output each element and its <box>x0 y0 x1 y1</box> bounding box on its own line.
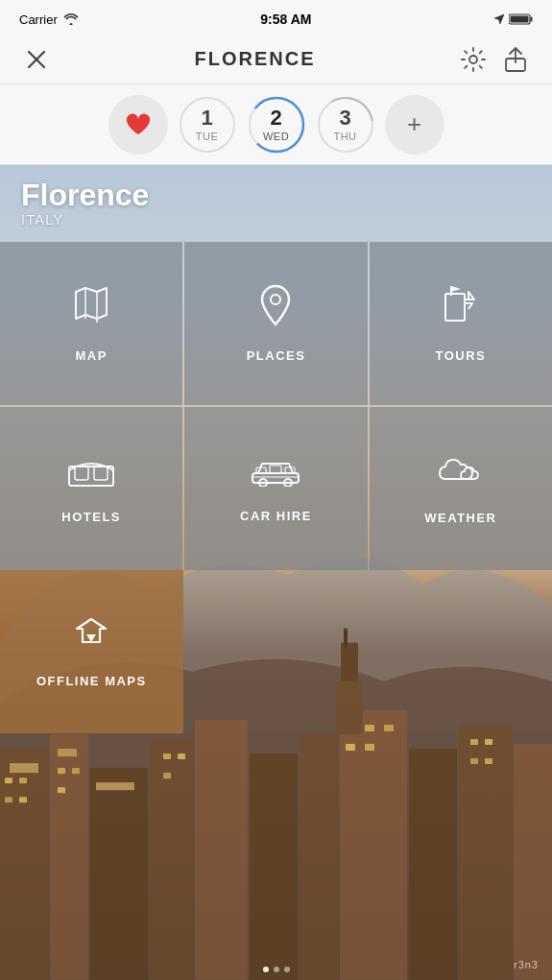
offline-tiles-row: OFFLINE MAPS <box>0 570 183 733</box>
city-name: Florence <box>21 179 149 212</box>
svg-point-9 <box>250 98 303 152</box>
brand-logo: r3n3 <box>514 959 539 970</box>
carrier-label: Carrier <box>19 12 58 27</box>
offline-maps-label: OFFLINE MAPS <box>36 674 147 688</box>
car-hire-label: CAR HIRE <box>240 509 312 523</box>
close-button[interactable] <box>19 42 54 77</box>
heart-icon <box>125 112 152 137</box>
status-right <box>493 13 533 25</box>
nav-bar: FLORENCE <box>0 35 552 84</box>
status-bar: Carrier 9:58 AM <box>0 0 552 35</box>
places-label: PLACES <box>247 348 306 363</box>
hotels-icon <box>67 453 115 496</box>
map-tile[interactable]: MAP <box>0 242 182 405</box>
add-day-button[interactable]: + <box>385 95 444 155</box>
wifi-icon <box>63 13 79 25</box>
day-tab-2[interactable]: 2 WED <box>247 95 306 155</box>
tours-icon <box>444 284 478 335</box>
city-label: Florence ITALY <box>21 179 149 227</box>
brand-text: r3n3 <box>514 959 539 970</box>
places-tile[interactable]: PLACES <box>184 242 367 405</box>
weather-label: WEATHER <box>424 511 496 525</box>
tours-tile[interactable]: TOURS <box>370 242 552 405</box>
dot-3 <box>284 967 290 972</box>
share-icon <box>505 47 526 72</box>
dot-2 <box>274 967 279 972</box>
svg-rect-1 <box>531 17 533 22</box>
day-ring-2 <box>247 95 306 155</box>
tiles-grid: MAP PLACES <box>0 242 552 570</box>
day-ring-3 <box>316 95 375 155</box>
places-icon <box>257 284 294 335</box>
location-icon <box>493 13 505 25</box>
settings-button[interactable] <box>456 42 491 77</box>
page-dots <box>0 967 552 972</box>
svg-rect-2 <box>511 16 529 23</box>
svg-rect-61 <box>270 466 281 473</box>
day-tab-3[interactable]: 3 THU <box>316 95 375 155</box>
svg-rect-54 <box>75 466 88 480</box>
svg-point-50 <box>271 295 280 304</box>
hotels-label: HOTELS <box>61 510 121 524</box>
weather-icon <box>436 452 486 497</box>
status-time: 9:58 AM <box>260 12 311 27</box>
favorites-tab[interactable] <box>108 95 168 155</box>
page-title: FLORENCE <box>195 48 316 70</box>
battery-icon <box>509 13 533 25</box>
weather-tile[interactable]: WEATHER <box>370 407 552 570</box>
dot-1 <box>263 967 269 972</box>
svg-point-5 <box>469 56 477 63</box>
day-tab-1[interactable]: 1 TUE <box>178 95 237 155</box>
svg-rect-55 <box>94 466 108 480</box>
svg-point-7 <box>180 98 234 152</box>
share-button[interactable] <box>498 42 533 77</box>
hotels-tile[interactable]: HOTELS <box>0 407 182 570</box>
day-tabs-bar: 1 TUE 2 WED 3 THU + <box>0 84 552 165</box>
day-ring-1 <box>178 95 237 155</box>
svg-rect-51 <box>445 294 465 321</box>
car-hire-tile[interactable]: CAR HIRE <box>184 407 367 570</box>
add-icon: + <box>407 109 421 139</box>
map-label: MAP <box>75 348 107 363</box>
offline-maps-tile[interactable]: OFFLINE MAPS <box>0 570 183 733</box>
map-icon <box>70 284 112 335</box>
svg-rect-53 <box>69 466 113 486</box>
settings-icon <box>461 47 486 72</box>
country-name: ITALY <box>21 212 149 227</box>
offline-icon <box>73 615 109 660</box>
tours-label: TOURS <box>435 348 486 363</box>
car-hire-icon <box>251 454 300 495</box>
status-left: Carrier <box>19 12 79 27</box>
main-content: Florence ITALY MAP PLACES <box>0 165 552 980</box>
